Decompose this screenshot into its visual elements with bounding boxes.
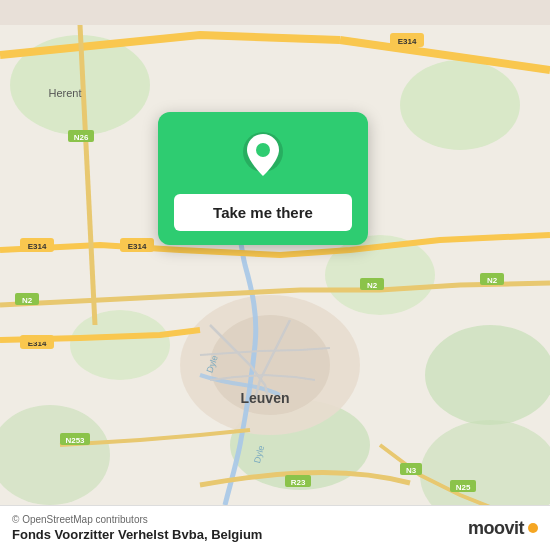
osm-attribution: © OpenStreetMap contributors xyxy=(12,514,262,525)
bottom-left-info: © OpenStreetMap contributors Fonds Voorz… xyxy=(12,514,262,542)
svg-text:N2: N2 xyxy=(367,281,378,290)
svg-text:N26: N26 xyxy=(74,133,89,142)
svg-text:N2: N2 xyxy=(487,276,498,285)
svg-text:N253: N253 xyxy=(65,436,85,445)
svg-text:Leuven: Leuven xyxy=(240,390,289,406)
svg-point-40 xyxy=(256,143,270,157)
moovit-logo-text: moovit xyxy=(468,518,524,539)
location-popup: Take me there xyxy=(158,112,368,245)
svg-text:N25: N25 xyxy=(456,483,471,492)
svg-text:E314: E314 xyxy=(398,37,417,46)
map-container: E314 E314 E314 N26 N2 N2 N2 E314 N253 R2… xyxy=(0,0,550,550)
moovit-logo-dot xyxy=(528,523,538,533)
svg-point-4 xyxy=(70,310,170,380)
svg-text:R23: R23 xyxy=(291,478,306,487)
svg-text:N3: N3 xyxy=(406,466,417,475)
svg-point-7 xyxy=(425,325,550,425)
svg-text:E314: E314 xyxy=(128,242,147,251)
svg-text:N2: N2 xyxy=(22,296,33,305)
bottom-bar: © OpenStreetMap contributors Fonds Voorz… xyxy=(0,505,550,550)
svg-text:Herent: Herent xyxy=(48,87,81,99)
svg-point-2 xyxy=(400,60,520,150)
moovit-logo: moovit xyxy=(468,518,538,539)
svg-text:E314: E314 xyxy=(28,242,47,251)
location-label: Fonds Voorzitter Verhelst Bvba, Belgium xyxy=(12,527,262,542)
take-me-there-button[interactable]: Take me there xyxy=(174,194,352,231)
map-background: E314 E314 E314 N26 N2 N2 N2 E314 N253 R2… xyxy=(0,0,550,550)
location-pin-icon xyxy=(237,130,289,182)
